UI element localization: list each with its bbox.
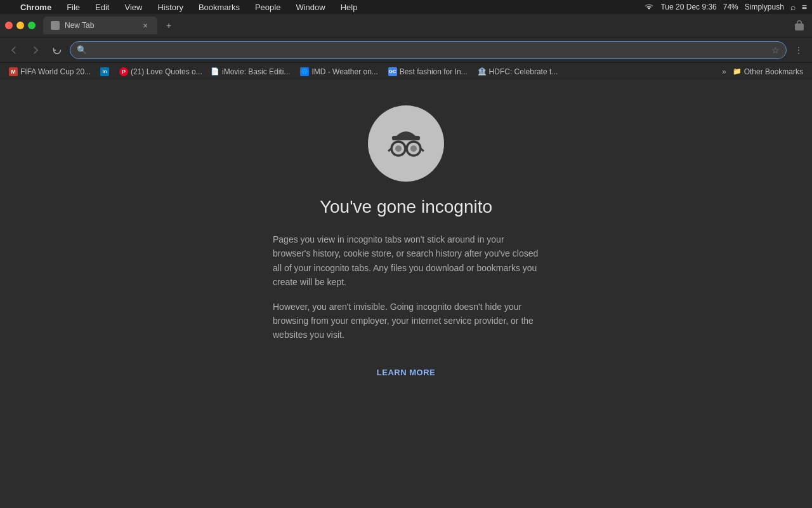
reload-button[interactable] — [48, 41, 66, 59]
linkedin-icon: in — [100, 67, 109, 76]
bookmark-hdfc[interactable]: 🏦 HDFC: Celebrate t... — [474, 66, 562, 77]
menu-edit[interactable]: Edit — [93, 3, 112, 12]
bookmark-imd[interactable]: 🌐 IMD - Weather on... — [296, 66, 381, 77]
fullscreen-button[interactable] — [28, 22, 36, 29]
main-content: You've gone incognito Pages you view in … — [0, 80, 812, 508]
svg-point-2 — [56, 25, 57, 27]
incognito-title: You've gone incognito — [320, 197, 492, 217]
bookmark-imovie[interactable]: 📄 iMovie: Basic Editi... — [207, 66, 294, 77]
svg-rect-3 — [392, 136, 420, 140]
other-bookmarks[interactable]: 📁 Other Bookmarks — [729, 66, 807, 77]
wifi-icon — [644, 3, 654, 12]
nav-bar: 🔍 ☆ ⋮ — [0, 37, 812, 62]
user-name: Simplypush — [745, 3, 784, 11]
address-bar-icons: ☆ — [771, 45, 780, 55]
battery-icon: 74% — [723, 3, 738, 11]
tab-favicon — [51, 21, 60, 30]
menu-chrome[interactable]: Chrome — [18, 3, 54, 12]
status-icons: Tue 20 Dec 9:36 74% Simplypush ⌕ ≡ — [644, 2, 807, 12]
bookmark-gmail[interactable]: M FIFA World Cup 20... — [5, 66, 94, 77]
tab-title: New Tab — [65, 21, 136, 30]
svg-point-1 — [54, 25, 55, 27]
incognito-svg — [381, 118, 431, 169]
close-button[interactable] — [5, 22, 13, 29]
menu-window[interactable]: Window — [293, 3, 327, 12]
svg-point-9 — [395, 145, 402, 152]
url-input[interactable] — [91, 45, 768, 55]
title-bar-right — [792, 18, 807, 33]
title-bar: New Tab ✕ + — [0, 14, 812, 37]
nav-right: ⋮ — [790, 42, 807, 58]
menu-list-icon[interactable]: ≡ — [802, 2, 807, 12]
bookmark-star-icon[interactable]: ☆ — [771, 45, 780, 55]
menu-file[interactable]: File — [64, 3, 82, 12]
incognito-paragraph1: Pages you view in incognito tabs won't s… — [273, 232, 539, 290]
menu-bookmarks[interactable]: Bookmarks — [196, 3, 242, 12]
incognito-icon-titlebar — [792, 18, 807, 33]
menu-people[interactable]: People — [252, 3, 283, 12]
imovie-icon: 📄 — [211, 67, 219, 76]
search-icon-addr: 🔍 — [77, 45, 87, 55]
bookmark-pinterest[interactable]: P (21) Love Quotes o... — [115, 66, 204, 77]
learn-more-link[interactable]: LEARN MORE — [377, 368, 435, 377]
bookmarks-bar: M FIFA World Cup 20... in P (21) Love Qu… — [0, 62, 812, 80]
minimize-button[interactable] — [16, 22, 24, 29]
back-button[interactable] — [5, 41, 23, 59]
pinterest-icon: P — [119, 67, 128, 76]
time-clock: Tue 20 Dec 9:36 — [660, 3, 716, 11]
search-icon[interactable]: ⌕ — [790, 2, 796, 12]
forward-button[interactable] — [27, 41, 44, 59]
traffic-lights — [5, 22, 36, 29]
menu-help[interactable]: Help — [338, 3, 360, 12]
menu-view[interactable]: View — [122, 3, 145, 12]
active-tab[interactable]: New Tab ✕ — [43, 17, 157, 34]
tab-close-button[interactable]: ✕ — [141, 21, 150, 30]
hdfc-icon: 🏦 — [478, 67, 487, 76]
address-bar[interactable]: 🔍 ☆ — [70, 41, 787, 59]
bookmarks-overflow[interactable]: » — [722, 67, 726, 76]
gmail-icon: M — [9, 67, 18, 76]
extensions-button[interactable]: ⋮ — [790, 42, 807, 58]
tab-bar: New Tab ✕ + — [43, 17, 789, 34]
bookmark-linkedin[interactable]: in — [96, 66, 113, 77]
folder-icon: 📁 — [733, 67, 742, 76]
new-tab-button[interactable]: + — [160, 17, 178, 34]
menu-history[interactable]: History — [155, 3, 185, 12]
incognito-graphic — [368, 105, 444, 182]
svg-point-0 — [52, 22, 58, 29]
incognito-paragraph2: However, you aren't invisible. Going inc… — [273, 300, 539, 342]
fashion-icon: GC — [388, 67, 397, 76]
imd-icon: 🌐 — [300, 67, 309, 76]
menu-bar: Chrome File Edit View History Bookmarks … — [0, 0, 812, 14]
svg-point-10 — [410, 145, 417, 152]
bookmark-fashion[interactable]: GC Best fashion for In... — [384, 66, 471, 77]
